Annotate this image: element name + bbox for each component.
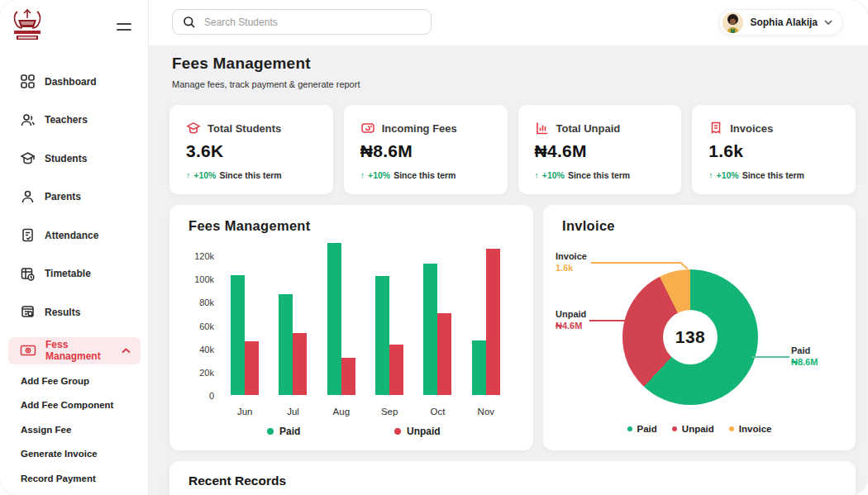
page-title: Fees Management <box>172 55 311 73</box>
money-icon <box>20 344 36 357</box>
invoice-leader-line <box>591 262 682 264</box>
paid-bar-jul[interactable] <box>279 294 293 395</box>
paid-bar-sep[interactable] <box>375 276 389 395</box>
submenu-assign-fee[interactable]: Assign Fee <box>0 417 149 442</box>
donut-chart-title: Invloice <box>562 218 615 234</box>
stat-value: ₦8.6M <box>360 141 491 161</box>
y-axis-tick: 40k <box>174 345 214 355</box>
search-icon <box>183 16 196 29</box>
bar-group-jun: Jun <box>221 238 269 395</box>
paid-bar-oct[interactable] <box>423 264 437 395</box>
graduation-cap-icon <box>186 121 201 136</box>
donut-legend: Paid Unpaid Invoice <box>543 424 856 434</box>
unpaid-bar-sep[interactable] <box>389 345 403 395</box>
donut-center-value: 138 <box>663 310 718 364</box>
callout-unpaid: Unpaid ₦4.6M <box>556 309 586 331</box>
paid-bar-aug[interactable] <box>327 243 341 395</box>
bar-chart-plot[interactable]: JunJulAugSepOctNov <box>221 238 510 395</box>
stat-card-total-unpaid[interactable]: Total Unpaid ₦4.6M ↑+10%Since this term <box>518 105 682 194</box>
stat-value: 1.6k <box>708 141 839 161</box>
invoice-donut-card: Invloice 138 Invoice 1.6k Unpaid ₦4.6M P… <box>543 205 856 450</box>
invoice-receipt-icon <box>708 121 723 136</box>
sidebar-item-label: Results <box>45 307 80 318</box>
stat-delta-note: Since this term <box>393 170 455 180</box>
person-icon <box>20 189 36 205</box>
stat-delta-pct: +10% <box>368 170 390 180</box>
unpaid-bar-aug[interactable] <box>341 358 355 395</box>
submenu-record-payment[interactable]: Record Payment <box>0 466 149 491</box>
callout-paid: Paid ₦8.6M <box>791 345 818 367</box>
sidebar-item-results[interactable]: Results <box>0 298 149 326</box>
incoming-fees-icon <box>360 121 375 136</box>
search-input[interactable] <box>204 17 403 28</box>
legend-item-paid[interactable]: Paid <box>267 426 300 437</box>
x-axis-label: Jun <box>221 407 269 416</box>
legend-item-paid[interactable]: Paid <box>627 424 657 434</box>
x-axis-label: Sep <box>365 407 413 416</box>
page-subtitle: Manage fees, track payment & generate re… <box>172 79 360 89</box>
sidebar-item-label: Dashboard <box>45 76 97 88</box>
timetable-icon <box>20 266 36 282</box>
sidebar-item-students[interactable]: Students <box>0 145 149 172</box>
legend-item-unpaid[interactable]: Unpaid <box>394 426 441 437</box>
sidebar-item-attendance[interactable]: Attendance <box>0 221 149 249</box>
legend-item-invoice[interactable]: Invoice <box>729 424 772 434</box>
sidebar-item-timetable[interactable]: Timetable <box>0 260 149 288</box>
stat-delta-note: Since this term <box>219 170 281 180</box>
attendance-doc-icon <box>20 227 36 243</box>
bar-group-aug: Aug <box>317 238 365 395</box>
topbar: Sophia Alakija <box>149 0 868 45</box>
x-axis-label: Oct <box>413 407 461 416</box>
stat-card-total-students[interactable]: Total Students 3.6K ↑+10%Since this term <box>169 105 333 194</box>
chevron-down-icon <box>824 20 832 25</box>
submenu-generate-invoice[interactable]: Generate Invoice <box>0 442 149 467</box>
paid-bar-jun[interactable] <box>231 275 245 395</box>
chevron-up-icon <box>122 348 131 354</box>
x-axis-label: Nov <box>462 407 510 416</box>
fees-bar-chart-card: Fees Management 020k40k60k80k100k120k Ju… <box>169 205 533 450</box>
graduation-cap-icon <box>20 150 36 166</box>
stat-delta-pct: +10% <box>542 170 565 180</box>
paid-dot-icon <box>267 428 274 435</box>
dashboard-grid-icon <box>20 74 36 89</box>
stat-delta-pct: +10% <box>717 170 739 180</box>
menu-toggle-icon[interactable] <box>117 23 131 33</box>
bar-group-oct: Oct <box>413 238 461 395</box>
unpaid-bar-jul[interactable] <box>293 333 307 395</box>
unpaid-bar-jun[interactable] <box>245 341 259 395</box>
user-name: Sophia Alakija <box>750 17 818 28</box>
legend-item-unpaid[interactable]: Unpaid <box>672 424 714 434</box>
up-arrow-icon: ↑ <box>708 170 713 180</box>
search-box[interactable] <box>172 9 432 35</box>
sidebar-item-parents[interactable]: Parents <box>0 183 149 211</box>
sidebar-item-teachers[interactable]: Teachers <box>0 107 149 134</box>
invoice-dot-icon <box>729 426 734 431</box>
callout-invoice: Invoice 1.6k <box>556 251 587 273</box>
submenu-add-fee-group[interactable]: Add Fee Group <box>0 369 149 393</box>
recent-records-card[interactable]: Recent Records <box>169 461 856 495</box>
stat-card-invoices[interactable]: Invoices 1.6k ↑+10%Since this term <box>692 105 856 194</box>
stat-card-incoming-fees[interactable]: Incoming Fees ₦8.6M ↑+10%Since this term <box>344 105 508 194</box>
sidebar-item-label: Fess Managment <box>45 339 103 362</box>
user-menu[interactable]: Sophia Alakija <box>718 9 843 36</box>
x-axis-label: Jul <box>269 407 317 416</box>
bar-group-nov: Nov <box>462 238 510 395</box>
bar-group-sep: Sep <box>365 238 413 395</box>
submenu-add-fee-component[interactable]: Add Fee Component <box>0 393 149 418</box>
paid-leader-line <box>751 356 789 358</box>
sidebar-item-dashboard[interactable]: Dashboard <box>0 68 149 95</box>
sidebar: Dashboard Teachers Students Parents Atte… <box>0 0 149 495</box>
sidebar-item-fees-management[interactable]: Fess Managment <box>8 337 141 364</box>
unpaid-bar-oct[interactable] <box>437 313 451 395</box>
up-arrow-icon: ↑ <box>535 170 539 180</box>
paid-bar-nov[interactable] <box>472 340 486 395</box>
unpaid-bar-nov[interactable] <box>486 249 500 395</box>
y-axis-tick: 80k <box>174 297 214 307</box>
main-content: Fees Management Manage fees, track payme… <box>149 45 868 495</box>
sidebar-item-label: Students <box>45 153 87 164</box>
invoice-leader-elbow <box>681 263 689 269</box>
sidebar-item-label: Timetable <box>45 268 91 279</box>
unpaid-leader-line <box>589 320 626 321</box>
paid-dot-icon <box>627 426 632 431</box>
stat-delta-note: Since this term <box>568 170 630 180</box>
